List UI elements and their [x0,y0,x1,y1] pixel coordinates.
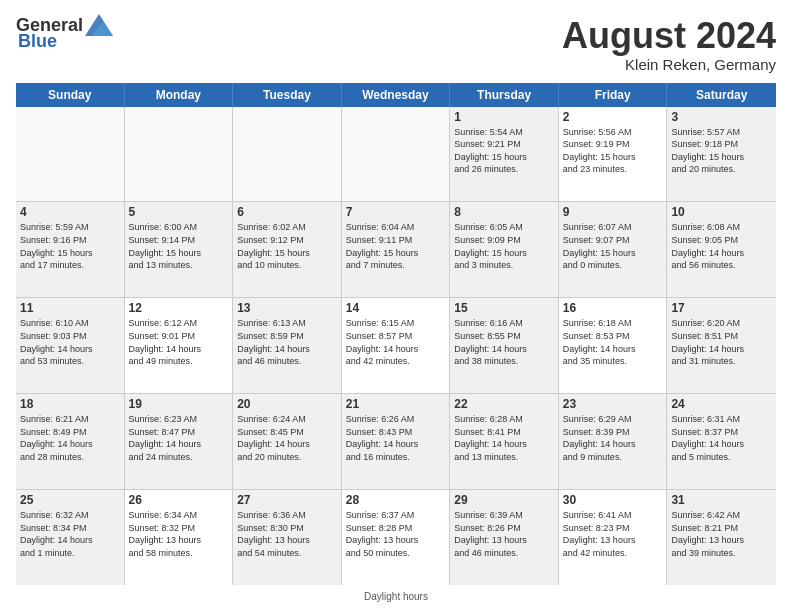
day-number: 28 [346,493,446,507]
day-number: 4 [20,205,120,219]
day-number: 22 [454,397,554,411]
day-number: 1 [454,110,554,124]
calendar-cell-day-28: 28Sunrise: 6:37 AM Sunset: 8:28 PM Dayli… [342,490,451,585]
header-day-wednesday: Wednesday [342,83,451,107]
calendar-cell-day-5: 5Sunrise: 6:00 AM Sunset: 9:14 PM Daylig… [125,202,234,297]
logo-blue-text: Blue [18,32,57,52]
day-number: 24 [671,397,772,411]
calendar-cell-day-29: 29Sunrise: 6:39 AM Sunset: 8:26 PM Dayli… [450,490,559,585]
cell-info: Sunrise: 6:05 AM Sunset: 9:09 PM Dayligh… [454,221,554,271]
day-number: 19 [129,397,229,411]
day-number: 20 [237,397,337,411]
day-number: 9 [563,205,663,219]
day-number: 25 [20,493,120,507]
day-number: 31 [671,493,772,507]
calendar-cell-day-21: 21Sunrise: 6:26 AM Sunset: 8:43 PM Dayli… [342,394,451,489]
calendar-header: SundayMondayTuesdayWednesdayThursdayFrid… [16,83,776,107]
day-number: 21 [346,397,446,411]
calendar-cell-day-30: 30Sunrise: 6:41 AM Sunset: 8:23 PM Dayli… [559,490,668,585]
calendar-row-4: 18Sunrise: 6:21 AM Sunset: 8:49 PM Dayli… [16,394,776,490]
cell-info: Sunrise: 6:08 AM Sunset: 9:05 PM Dayligh… [671,221,772,271]
day-number: 11 [20,301,120,315]
calendar-cell-day-9: 9Sunrise: 6:07 AM Sunset: 9:07 PM Daylig… [559,202,668,297]
day-number: 2 [563,110,663,124]
calendar-cell-day-23: 23Sunrise: 6:29 AM Sunset: 8:39 PM Dayli… [559,394,668,489]
day-number: 14 [346,301,446,315]
calendar-cell-empty [342,107,451,202]
header-day-thursday: Thursday [450,83,559,107]
day-number: 29 [454,493,554,507]
cell-info: Sunrise: 6:12 AM Sunset: 9:01 PM Dayligh… [129,317,229,367]
calendar-row-1: 1Sunrise: 5:54 AM Sunset: 9:21 PM Daylig… [16,107,776,203]
calendar-cell-day-12: 12Sunrise: 6:12 AM Sunset: 9:01 PM Dayli… [125,298,234,393]
cell-info: Sunrise: 6:24 AM Sunset: 8:45 PM Dayligh… [237,413,337,463]
calendar-cell-day-20: 20Sunrise: 6:24 AM Sunset: 8:45 PM Dayli… [233,394,342,489]
cell-info: Sunrise: 6:18 AM Sunset: 8:53 PM Dayligh… [563,317,663,367]
cell-info: Sunrise: 6:31 AM Sunset: 8:37 PM Dayligh… [671,413,772,463]
calendar-cell-empty [233,107,342,202]
day-number: 17 [671,301,772,315]
calendar-cell-day-8: 8Sunrise: 6:05 AM Sunset: 9:09 PM Daylig… [450,202,559,297]
calendar-cell-day-24: 24Sunrise: 6:31 AM Sunset: 8:37 PM Dayli… [667,394,776,489]
header-day-saturday: Saturday [667,83,776,107]
logo-icon [85,14,113,36]
title-block: August 2024 Klein Reken, Germany [562,16,776,73]
cell-info: Sunrise: 6:16 AM Sunset: 8:55 PM Dayligh… [454,317,554,367]
day-number: 18 [20,397,120,411]
calendar-cell-day-15: 15Sunrise: 6:16 AM Sunset: 8:55 PM Dayli… [450,298,559,393]
cell-info: Sunrise: 5:56 AM Sunset: 9:19 PM Dayligh… [563,126,663,176]
calendar-cell-day-26: 26Sunrise: 6:34 AM Sunset: 8:32 PM Dayli… [125,490,234,585]
footer: Daylight hours [16,591,776,602]
header-day-sunday: Sunday [16,83,125,107]
header-day-tuesday: Tuesday [233,83,342,107]
header-day-monday: Monday [125,83,234,107]
day-number: 30 [563,493,663,507]
day-number: 3 [671,110,772,124]
cell-info: Sunrise: 6:15 AM Sunset: 8:57 PM Dayligh… [346,317,446,367]
calendar-cell-empty [125,107,234,202]
calendar-cell-day-19: 19Sunrise: 6:23 AM Sunset: 8:47 PM Dayli… [125,394,234,489]
day-number: 10 [671,205,772,219]
calendar-cell-day-31: 31Sunrise: 6:42 AM Sunset: 8:21 PM Dayli… [667,490,776,585]
calendar-cell-day-14: 14Sunrise: 6:15 AM Sunset: 8:57 PM Dayli… [342,298,451,393]
page: General Blue August 2024 Klein Reken, Ge… [0,0,792,612]
calendar-cell-empty [16,107,125,202]
cell-info: Sunrise: 6:42 AM Sunset: 8:21 PM Dayligh… [671,509,772,559]
calendar-cell-day-13: 13Sunrise: 6:13 AM Sunset: 8:59 PM Dayli… [233,298,342,393]
month-title: August 2024 [562,16,776,56]
calendar-cell-day-27: 27Sunrise: 6:36 AM Sunset: 8:30 PM Dayli… [233,490,342,585]
day-number: 5 [129,205,229,219]
calendar-cell-day-1: 1Sunrise: 5:54 AM Sunset: 9:21 PM Daylig… [450,107,559,202]
calendar-cell-day-25: 25Sunrise: 6:32 AM Sunset: 8:34 PM Dayli… [16,490,125,585]
cell-info: Sunrise: 6:41 AM Sunset: 8:23 PM Dayligh… [563,509,663,559]
day-number: 6 [237,205,337,219]
day-number: 13 [237,301,337,315]
cell-info: Sunrise: 6:26 AM Sunset: 8:43 PM Dayligh… [346,413,446,463]
day-number: 23 [563,397,663,411]
cell-info: Sunrise: 6:39 AM Sunset: 8:26 PM Dayligh… [454,509,554,559]
day-number: 8 [454,205,554,219]
cell-info: Sunrise: 6:20 AM Sunset: 8:51 PM Dayligh… [671,317,772,367]
calendar-row-3: 11Sunrise: 6:10 AM Sunset: 9:03 PM Dayli… [16,298,776,394]
calendar-cell-day-18: 18Sunrise: 6:21 AM Sunset: 8:49 PM Dayli… [16,394,125,489]
logo: General Blue [16,16,113,52]
calendar-cell-day-6: 6Sunrise: 6:02 AM Sunset: 9:12 PM Daylig… [233,202,342,297]
calendar-row-2: 4Sunrise: 5:59 AM Sunset: 9:16 PM Daylig… [16,202,776,298]
calendar-cell-day-4: 4Sunrise: 5:59 AM Sunset: 9:16 PM Daylig… [16,202,125,297]
day-number: 27 [237,493,337,507]
subtitle: Klein Reken, Germany [562,56,776,73]
calendar-cell-day-17: 17Sunrise: 6:20 AM Sunset: 8:51 PM Dayli… [667,298,776,393]
cell-info: Sunrise: 6:10 AM Sunset: 9:03 PM Dayligh… [20,317,120,367]
header: General Blue August 2024 Klein Reken, Ge… [16,16,776,73]
cell-info: Sunrise: 6:04 AM Sunset: 9:11 PM Dayligh… [346,221,446,271]
day-number: 15 [454,301,554,315]
cell-info: Sunrise: 5:59 AM Sunset: 9:16 PM Dayligh… [20,221,120,271]
calendar-cell-day-2: 2Sunrise: 5:56 AM Sunset: 9:19 PM Daylig… [559,107,668,202]
cell-info: Sunrise: 6:36 AM Sunset: 8:30 PM Dayligh… [237,509,337,559]
day-number: 16 [563,301,663,315]
cell-info: Sunrise: 6:34 AM Sunset: 8:32 PM Dayligh… [129,509,229,559]
day-number: 26 [129,493,229,507]
cell-info: Sunrise: 6:00 AM Sunset: 9:14 PM Dayligh… [129,221,229,271]
calendar-body: 1Sunrise: 5:54 AM Sunset: 9:21 PM Daylig… [16,107,776,585]
cell-info: Sunrise: 6:32 AM Sunset: 8:34 PM Dayligh… [20,509,120,559]
